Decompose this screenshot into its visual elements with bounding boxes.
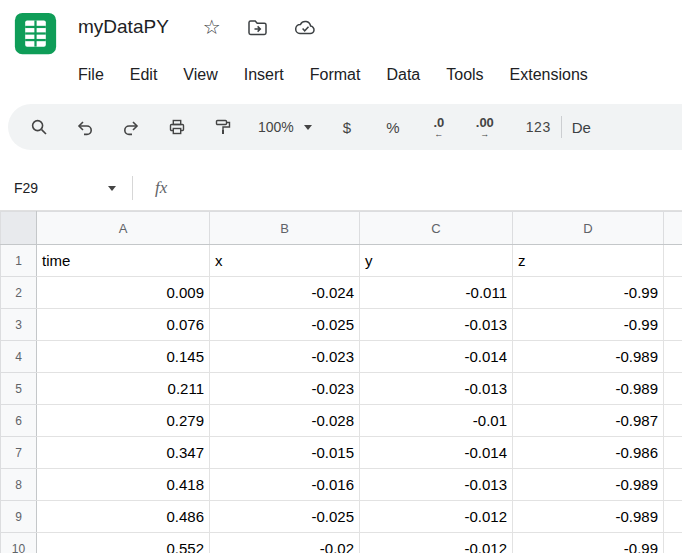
cell[interactable]: time bbox=[37, 245, 210, 277]
row-header[interactable]: 9 bbox=[1, 501, 37, 533]
cell[interactable]: -0.987 bbox=[513, 405, 664, 437]
column-header-e[interactable] bbox=[664, 212, 682, 245]
menu-item-file[interactable]: File bbox=[65, 62, 117, 88]
cell[interactable]: -0.012 bbox=[360, 533, 513, 553]
cell[interactable]: -0.99 bbox=[513, 533, 664, 553]
cell[interactable]: -0.013 bbox=[360, 373, 513, 405]
cloud-status-icon[interactable] bbox=[294, 19, 317, 36]
cell[interactable]: -0.986 bbox=[513, 437, 664, 469]
menu-item-insert[interactable]: Insert bbox=[231, 62, 297, 88]
cell[interactable]: -0.024 bbox=[210, 277, 360, 309]
cell[interactable]: -0.025 bbox=[210, 309, 360, 341]
star-icon[interactable]: ☆ bbox=[203, 17, 221, 37]
redo-button[interactable] bbox=[108, 110, 154, 144]
cell[interactable]: 0.145 bbox=[37, 341, 210, 373]
cell[interactable]: -0.011 bbox=[360, 277, 513, 309]
cell[interactable]: -0.989 bbox=[513, 469, 664, 501]
select-all-corner[interactable] bbox=[1, 212, 37, 245]
row-header[interactable]: 6 bbox=[1, 405, 37, 437]
cell[interactable]: -0.025 bbox=[210, 501, 360, 533]
print-button[interactable] bbox=[154, 110, 200, 144]
cell[interactable] bbox=[664, 437, 682, 469]
cell[interactable]: -0.015 bbox=[210, 437, 360, 469]
sheets-logo-icon[interactable] bbox=[13, 11, 58, 56]
menu-bar: File Edit View Insert Format Data Tools … bbox=[65, 54, 682, 96]
cell[interactable] bbox=[664, 469, 682, 501]
doc-title[interactable]: myDataPY bbox=[78, 16, 169, 38]
cell[interactable]: 0.418 bbox=[37, 469, 210, 501]
zoom-control[interactable]: 100% bbox=[246, 119, 324, 135]
cell[interactable]: -0.013 bbox=[360, 309, 513, 341]
row-header[interactable]: 10 bbox=[1, 533, 37, 553]
cell[interactable]: 0.279 bbox=[37, 405, 210, 437]
menu-item-view[interactable]: View bbox=[170, 62, 230, 88]
cell[interactable]: -0.023 bbox=[210, 341, 360, 373]
column-header-c[interactable]: C bbox=[360, 212, 513, 245]
increase-decimal-button[interactable]: .00 → bbox=[462, 110, 508, 144]
sheet-row: 100.552-0.02-0.012-0.99 bbox=[1, 533, 682, 553]
title-row: myDataPY ☆ bbox=[78, 0, 682, 54]
percent-format-button[interactable]: % bbox=[370, 110, 416, 144]
cell[interactable] bbox=[664, 533, 682, 553]
cell[interactable]: 0.076 bbox=[37, 309, 210, 341]
cell[interactable]: -0.989 bbox=[513, 501, 664, 533]
undo-button[interactable] bbox=[62, 110, 108, 144]
menu-item-tools[interactable]: Tools bbox=[433, 62, 496, 88]
arrow-right-icon: → bbox=[480, 130, 489, 139]
column-header-b[interactable]: B bbox=[210, 212, 360, 245]
menu-item-data[interactable]: Data bbox=[373, 62, 433, 88]
decrease-decimal-button[interactable]: .0 ← bbox=[416, 110, 462, 144]
cell[interactable] bbox=[664, 373, 682, 405]
currency-format-button[interactable]: $ bbox=[324, 110, 370, 144]
cell[interactable]: -0.014 bbox=[360, 437, 513, 469]
cell[interactable]: 0.211 bbox=[37, 373, 210, 405]
cell[interactable]: y bbox=[360, 245, 513, 277]
cell[interactable]: -0.989 bbox=[513, 373, 664, 405]
column-header-a[interactable]: A bbox=[37, 212, 210, 245]
menu-item-edit[interactable]: Edit bbox=[117, 62, 171, 88]
cell[interactable]: 0.552 bbox=[37, 533, 210, 553]
paint-format-button[interactable] bbox=[200, 110, 246, 144]
formula-bar-separator bbox=[132, 176, 133, 200]
cell[interactable]: -0.99 bbox=[513, 277, 664, 309]
cell[interactable]: -0.028 bbox=[210, 405, 360, 437]
cell[interactable]: -0.013 bbox=[360, 469, 513, 501]
toolbar: 100% $ % .0 ← .00 → 123 De bbox=[8, 104, 682, 150]
cell[interactable]: -0.99 bbox=[513, 309, 664, 341]
cell[interactable] bbox=[664, 405, 682, 437]
cell[interactable]: x bbox=[210, 245, 360, 277]
cell[interactable] bbox=[664, 309, 682, 341]
name-box[interactable]: F29 bbox=[0, 180, 132, 196]
cell[interactable] bbox=[664, 501, 682, 533]
cell[interactable]: 0.009 bbox=[37, 277, 210, 309]
cell[interactable]: 0.347 bbox=[37, 437, 210, 469]
sheet-row: 70.347-0.015-0.014-0.986 bbox=[1, 437, 682, 469]
cell[interactable]: -0.989 bbox=[513, 341, 664, 373]
cell[interactable]: -0.012 bbox=[360, 501, 513, 533]
spreadsheet-grid: A B C D 1timexyz20.009-0.024-0.011-0.993… bbox=[0, 211, 682, 553]
font-selector[interactable]: De bbox=[572, 119, 591, 136]
row-header[interactable]: 8 bbox=[1, 469, 37, 501]
row-header[interactable]: 2 bbox=[1, 277, 37, 309]
cell[interactable] bbox=[664, 245, 682, 277]
cell[interactable]: -0.016 bbox=[210, 469, 360, 501]
column-header-d[interactable]: D bbox=[513, 212, 664, 245]
cell[interactable]: -0.014 bbox=[360, 341, 513, 373]
row-header[interactable]: 5 bbox=[1, 373, 37, 405]
move-folder-icon[interactable] bbox=[247, 18, 268, 37]
cell[interactable]: 0.486 bbox=[37, 501, 210, 533]
number-format-button[interactable]: 123 bbox=[526, 119, 551, 135]
menu-item-format[interactable]: Format bbox=[297, 62, 374, 88]
cell[interactable]: z bbox=[513, 245, 664, 277]
search-icon[interactable] bbox=[16, 110, 62, 144]
row-header[interactable]: 1 bbox=[1, 245, 37, 277]
row-header[interactable]: 4 bbox=[1, 341, 37, 373]
cell[interactable]: -0.01 bbox=[360, 405, 513, 437]
cell[interactable] bbox=[664, 341, 682, 373]
row-header[interactable]: 7 bbox=[1, 437, 37, 469]
cell[interactable]: -0.023 bbox=[210, 373, 360, 405]
cell[interactable] bbox=[664, 277, 682, 309]
row-header[interactable]: 3 bbox=[1, 309, 37, 341]
cell[interactable]: -0.02 bbox=[210, 533, 360, 553]
menu-item-extensions[interactable]: Extensions bbox=[497, 62, 601, 88]
